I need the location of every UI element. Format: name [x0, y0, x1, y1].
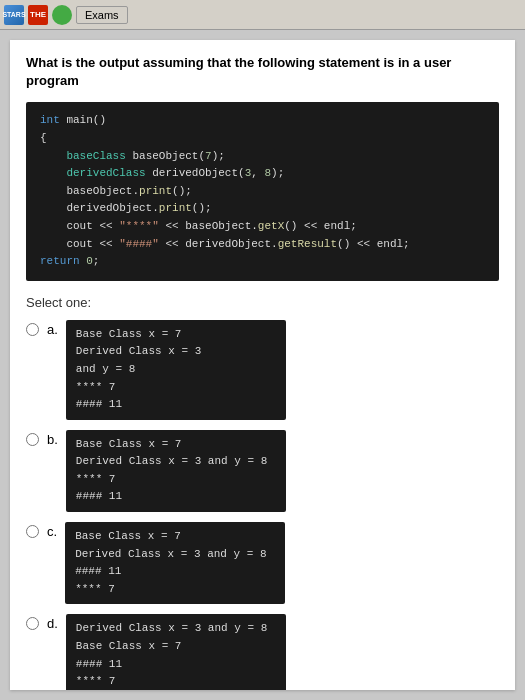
option-b-label: b. — [47, 430, 58, 447]
option-a-label: a. — [47, 320, 58, 337]
option-a-box: Base Class x = 7 Derived Class x = 3 and… — [66, 320, 286, 420]
option-b-row: b. Base Class x = 7 Derived Class x = 3 … — [26, 430, 499, 512]
option-b-box: Base Class x = 7 Derived Class x = 3 and… — [66, 430, 286, 512]
option-d-label: d. — [47, 614, 58, 631]
option-d-radio[interactable] — [26, 617, 39, 630]
option-c-row: c. Base Class x = 7 Derived Class x = 3 … — [26, 522, 499, 604]
option-c-label: c. — [47, 522, 57, 539]
option-d-row: d. Derived Class x = 3 and y = 8 Base Cl… — [26, 614, 499, 690]
option-c-radio[interactable] — [26, 525, 39, 538]
green-icon — [52, 5, 72, 25]
option-a-radio[interactable] — [26, 323, 39, 336]
option-c-box: Base Class x = 7 Derived Class x = 3 and… — [65, 522, 285, 604]
taskbar: STARS THE Exams — [0, 0, 525, 30]
question-text: What is the output assuming that the fol… — [26, 54, 499, 90]
main-content: What is the output assuming that the fol… — [10, 40, 515, 690]
exams-button[interactable]: Exams — [76, 6, 128, 24]
the-icon: THE — [28, 5, 48, 25]
code-block: int main() { baseClass baseObject(7); de… — [26, 102, 499, 280]
option-b-radio[interactable] — [26, 433, 39, 446]
option-a-row: a. Base Class x = 7 Derived Class x = 3 … — [26, 320, 499, 420]
select-one-label: Select one: — [26, 295, 499, 310]
option-d-box: Derived Class x = 3 and y = 8 Base Class… — [66, 614, 286, 690]
stars-icon: STARS — [4, 5, 24, 25]
